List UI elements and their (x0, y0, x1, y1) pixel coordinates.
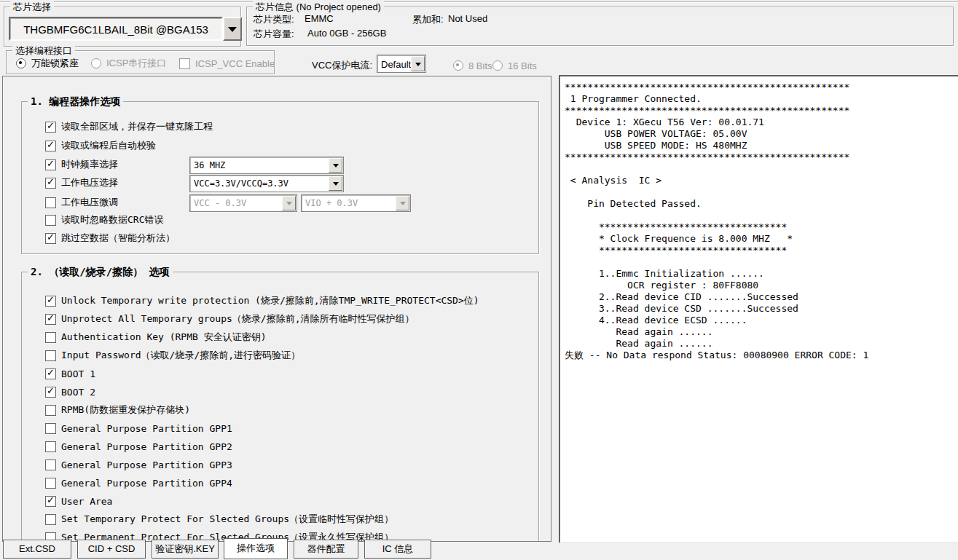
tab-cid-csd[interactable]: CID + CSD (77, 540, 146, 559)
ignore-crc-checkbox[interactable] (45, 215, 56, 226)
checkbox-row: BOOT 1 (45, 367, 95, 380)
work-voltage-dropdown-arrow-icon[interactable] (329, 176, 342, 191)
user-area-label[interactable]: User Area (61, 496, 112, 507)
auth-key-checkbox[interactable] (45, 332, 56, 343)
chip-select-dropdown-button[interactable] (223, 17, 242, 41)
unlock-tmp-wp-checkbox[interactable] (45, 296, 56, 307)
chip-select-group: 芯片选择 THGBMFG6C1LBAIL_8Bit @BGA153 (4, 7, 241, 47)
ignore-crc-label[interactable]: 读取时忽略数据CRC错误 (61, 213, 163, 226)
section1-group: 1. 编程器操作选项 读取全部区域，并保存一键克隆工程 读取或编程后自动校验 时… (21, 101, 539, 254)
clock-freq-combo-value: 36 MHZ (194, 160, 225, 170)
input-password-label[interactable]: Input Password（读取/烧录/擦除前,进行密码验证） (61, 349, 300, 362)
rpmb-label[interactable]: RPMB(防数据重发保护存储块) (61, 403, 190, 417)
vio-trim-combo[interactable]: VIO + 0.3V (301, 194, 411, 212)
chip-select-display[interactable]: THGBMFG6C1LBAIL_8Bit @BGA153 (9, 17, 223, 41)
auth-key-label[interactable]: Authentication Key (RPMB 安全认证密钥) (61, 331, 267, 344)
unprotect-groups-checkbox[interactable] (45, 314, 56, 325)
vcc-current-combo[interactable]: Default (377, 55, 426, 73)
voltage-trim-checkbox[interactable] (45, 197, 56, 208)
boot2-label[interactable]: BOOT 2 (61, 387, 95, 398)
set-tmp-protect-checkbox[interactable] (45, 514, 56, 525)
gpp2-checkbox[interactable] (45, 441, 56, 452)
clock-freq-label[interactable]: 时钟频率选择 (61, 158, 118, 171)
chip-select-value: THGBMFG6C1LBAIL_8Bit @BGA153 (10, 23, 221, 35)
vcc-current-dropdown-arrow-icon[interactable] (411, 56, 425, 71)
checksum-value: Not Used (448, 13, 487, 24)
work-voltage-checkbox[interactable] (45, 178, 56, 189)
bits8-radio-label[interactable]: 8 Bits (468, 60, 492, 71)
checkbox-row: 时钟频率选择 (45, 158, 118, 171)
gpp3-checkbox[interactable] (45, 460, 56, 470)
boot1-label[interactable]: BOOT 1 (61, 368, 95, 379)
bits16-radio-row: 16 Bits (492, 59, 537, 72)
chip-capacity-value: Auto 0GB - 256GB (307, 28, 386, 39)
auto-verify-checkbox[interactable] (45, 141, 56, 151)
gpp4-checkbox[interactable] (45, 478, 56, 489)
section1-title: 1. 编程器操作选项 (28, 95, 123, 109)
clock-freq-combo[interactable]: 36 MHZ (189, 157, 344, 174)
chip-info-group-title: 芯片信息 (No Project opened) (253, 1, 384, 14)
icsp-vcc-checkbox-label[interactable]: ICSP_VCC Enable (195, 58, 275, 69)
bits8-radio[interactable] (453, 60, 463, 71)
boot1-checkbox[interactable] (45, 368, 56, 379)
icsp-vcc-checkbox[interactable] (179, 58, 190, 69)
auto-verify-label[interactable]: 读取或编程后自动校验 (61, 139, 156, 152)
chip-capacity-label: 芯片容量: (254, 28, 294, 41)
tab-operation-options[interactable]: 操作选项 (224, 538, 288, 559)
read-all-checkbox[interactable] (45, 122, 56, 133)
clock-freq-checkbox[interactable] (45, 159, 56, 170)
log-output-panel[interactable]: ****************************************… (559, 75, 958, 543)
tab-ext-csd[interactable]: Ext.CSD (3, 540, 71, 559)
checkbox-row: 读取时忽略数据CRC错误 (45, 213, 163, 226)
user-area-checkbox[interactable] (45, 496, 56, 507)
checkbox-row: Set Temporary Protect For Slected Groups… (45, 513, 393, 526)
voltage-trim-label[interactable]: 工作电压微调 (61, 196, 118, 209)
vio-trim-dropdown-arrow-icon[interactable] (396, 196, 409, 210)
checkbox-row: User Area (45, 494, 112, 508)
checkbox-row: General Purpose Partition GPP2 (45, 440, 232, 453)
gpp2-label[interactable]: General Purpose Partition GPP2 (61, 441, 232, 452)
chip-info-group: 芯片信息 (No Project opened) 芯片类型: EMMC 累加和:… (246, 7, 954, 46)
gpp3-label[interactable]: General Purpose Partition GPP3 (61, 460, 232, 470)
set-tmp-protect-label[interactable]: Set Temporary Protect For Slected Groups… (61, 513, 393, 526)
unprotect-groups-label[interactable]: Unprotect All Temporary groups（烧录/擦除前,清除… (61, 312, 414, 326)
socket-radio-row: 万能锁紧座 (16, 57, 79, 70)
bits16-radio-label[interactable]: 16 Bits (508, 60, 537, 71)
gpp4-label[interactable]: General Purpose Partition GPP4 (61, 478, 232, 489)
work-voltage-label[interactable]: 工作电压选择 (61, 176, 118, 189)
read-all-label[interactable]: 读取全部区域，并保存一键克隆工程 (61, 120, 213, 133)
socket-radio-label[interactable]: 万能锁紧座 (31, 57, 79, 70)
clock-freq-dropdown-arrow-icon[interactable] (329, 158, 342, 173)
boot2-checkbox[interactable] (45, 387, 56, 398)
tab-verify-key[interactable]: 验证密钥.KEY (152, 540, 219, 559)
checkbox-row: General Purpose Partition GPP4 (45, 476, 232, 489)
socket-radio[interactable] (16, 58, 26, 68)
vcc-trim-dropdown-arrow-icon[interactable] (282, 196, 296, 210)
tab-ic-info[interactable]: IC 信息 (364, 540, 431, 559)
icsp-radio[interactable] (91, 58, 101, 68)
bits16-radio[interactable] (492, 60, 503, 71)
skip-blank-label[interactable]: 跳过空数据（智能分析法） (61, 232, 175, 245)
bits8-radio-row: 8 Bits (453, 59, 492, 72)
skip-blank-checkbox[interactable] (45, 233, 56, 244)
checksum-label: 累加和: (412, 13, 444, 26)
section2-group: 2. （读取/烧录/擦除） 选项 Unlock Temporary write … (21, 272, 539, 542)
unlock-tmp-wp-label[interactable]: Unlock Temporary write protection (烧录/擦除… (61, 294, 479, 307)
vcc-trim-combo-value: VCC - 0.3V (194, 198, 246, 208)
rpmb-checkbox[interactable] (45, 405, 56, 416)
work-voltage-combo[interactable]: VCC=3.3V/VCCQ=3.3V (189, 175, 344, 192)
vcc-current-value: Default (381, 58, 411, 69)
chip-select-group-title: 芯片选择 (10, 1, 54, 14)
input-password-checkbox[interactable] (45, 350, 56, 361)
vcc-trim-combo[interactable]: VCC - 0.3V (189, 194, 297, 212)
checkbox-row: Unprotect All Temporary groups（烧录/擦除前,清除… (45, 312, 414, 326)
gpp1-label[interactable]: General Purpose Partition GPP1 (61, 423, 232, 434)
window-top-divider-highlight (0, 2, 958, 3)
gpp1-checkbox[interactable] (45, 423, 56, 434)
programmer-app-window: { "chip_select": { "title": "芯片选择", "val… (0, 0, 958, 560)
checkbox-row: Input Password（读取/烧录/擦除前,进行密码验证） (45, 349, 300, 362)
tab-device-config[interactable]: 器件配置 (294, 540, 358, 559)
icsp-radio-row: ICSP串行接口 (91, 57, 166, 70)
checkbox-row: BOOT 2 (45, 385, 95, 398)
icsp-radio-label[interactable]: ICSP串行接口 (106, 57, 166, 70)
